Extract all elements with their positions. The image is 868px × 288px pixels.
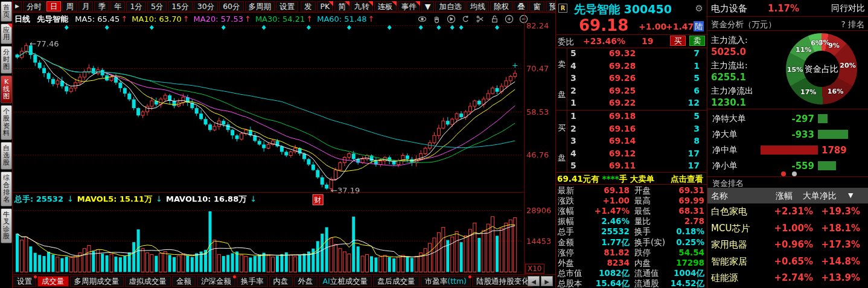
eye-icon[interactable] [418, 14, 427, 24]
collapse-menu-icon[interactable]: ▶ [13, 1, 22, 11]
period-tab-多周期[interactable]: 多周期 [245, 1, 275, 11]
indicator-tab-AI立桩成交量[interactable]: AI立桩成交量 [319, 276, 372, 287]
industry-name[interactable]: 电力设备 [711, 3, 747, 14]
order-row[interactable]: 569.1117 [556, 161, 707, 173]
period-tab-年[interactable]: 年 [110, 1, 126, 11]
tool-tab-加自选[interactable]: 加自选 [435, 1, 465, 11]
hand-icon[interactable] [432, 14, 441, 24]
ma-label: MA10: 63.70 [132, 14, 181, 24]
ranking-row-智能家居[interactable]: 智能家居+0.65%+14.8% [707, 256, 868, 272]
undo-icon[interactable] [461, 14, 470, 24]
stat-value: 8234 [580, 258, 630, 267]
tool-tab-事件[interactable]: 事件 [398, 1, 420, 11]
period-tab-60分[interactable]: 60分 [219, 1, 243, 11]
sidebar-item-K线图[interactable]: K线图 [1, 75, 12, 103]
indicator-tab-设置[interactable]: 设置 [13, 276, 36, 287]
tool-tab-九转[interactable]: 九转 [351, 1, 373, 11]
order-row[interactable]: 269.163 [556, 124, 707, 136]
board-badge: 陆 [694, 21, 704, 31]
divider [707, 30, 868, 31]
period-tab-季[interactable]: 季 [94, 1, 109, 11]
order-row[interactable]: 369.148 [556, 136, 707, 148]
ranking-row-白色家电[interactable]: 白色家电+2.31%+19.3% [707, 206, 868, 222]
tool-tab-简[interactable]: 简 [334, 1, 349, 11]
kline-chart-canvas[interactable] [12, 12, 524, 275]
lock-icon[interactable] [490, 14, 499, 24]
tool-tab-窗[interactable]: 窗 [529, 1, 544, 11]
ranking-row-硅能源[interactable]: 硅能源+2.74%+13.9% [707, 272, 868, 288]
order-row[interactable]: 269.256 [556, 86, 707, 98]
sell-button[interactable]: 卖 [689, 36, 705, 46]
tool-tab-连板[interactable]: 连板 [374, 1, 397, 11]
indicator-tab-金额[interactable]: 金额 [172, 276, 196, 287]
order-row[interactable]: 469.281 [556, 61, 707, 73]
scroll-right-button[interactable]: ▶ [541, 276, 553, 286]
sidebar-item-首页[interactable]: 首页 [1, 1, 12, 22]
sidebar-item-应用[interactable]: 应用 [1, 24, 12, 44]
period-tab-分时[interactable]: 分时 [23, 1, 45, 11]
sidebar-item-个股资料[interactable]: 个股资料 [1, 105, 12, 140]
sort-desc-icon[interactable]: ▼ [848, 188, 853, 203]
sidebar-item-自选股[interactable]: 自选股 [1, 142, 12, 170]
ranking-col-name[interactable]: 名称 [711, 188, 728, 203]
tool-tab-均线[interactable]: 均线 [467, 1, 489, 11]
indicator-tab-虚拟成交量[interactable]: 虚拟成交量 [125, 276, 171, 287]
indicator-tab-陆股通持股变化[interactable]: 陆股通持股变化 [472, 276, 534, 287]
indicator-tab-外盘[interactable]: 外盘 [294, 276, 318, 287]
period-tab-日[interactable]: 日 [46, 1, 62, 11]
stat-row: 最新69.18开盘69.31 [556, 185, 707, 196]
stat-label: 金额 [558, 237, 574, 248]
tool-tab-PK[interactable]: PK [317, 1, 334, 11]
period-tab-15分[interactable]: 15分 [168, 1, 192, 11]
indicator-tab-内盘[interactable]: 内盘 [269, 276, 293, 287]
scroll-left-button[interactable]: ◀ [528, 276, 540, 286]
inflow-label: 主力流入: [711, 35, 748, 46]
period-tab-周[interactable]: 周 [62, 1, 77, 11]
indicator-tab-市盈率[interactable]: 市盈率(ttm) [421, 276, 471, 287]
ranking-col-pct[interactable]: 涨幅 [776, 188, 793, 203]
ranking-row-MCU芯片[interactable]: MCU芯片+1.00%+18.1% [707, 223, 868, 239]
stat-row: 振幅2.46%量比2.78 [556, 216, 707, 226]
order-row[interactable]: 569.327 [556, 48, 707, 60]
indicator-tab-沪深金额[interactable]: 沪深金额 [197, 276, 235, 287]
tool-tab-除权[interactable]: 除权 [490, 1, 512, 11]
view-details-link[interactable]: 点击查看 [671, 174, 703, 185]
tool-tab-叠[interactable]: 叠 [514, 1, 529, 11]
buy-button[interactable]: 买 [670, 36, 686, 46]
tool-tab-▼[interactable]: ▼ [421, 1, 435, 11]
order-row[interactable]: 169.2212 [556, 98, 707, 110]
peer-compare-link[interactable]: 同行对比 [831, 3, 865, 14]
period-tab-月[interactable]: 月 [78, 1, 94, 11]
net-order-label: 净特大单 [712, 114, 746, 124]
sidebar-item-分时图[interactable]: 分时图 [1, 46, 12, 74]
indicator-tab-换手率[interactable]: 换手率 [237, 276, 268, 287]
tool-tab-发[interactable]: 发 [301, 1, 316, 11]
alert-text: 69.41元有 [557, 174, 602, 184]
period-tab-5分[interactable]: 5分 [147, 1, 167, 11]
stat-label: 外盘 [558, 258, 574, 269]
play-icon[interactable] [447, 14, 456, 24]
zoom-in-icon[interactable] [505, 14, 514, 24]
sidebar-item-牛叉诊股[interactable]: 牛叉诊股 [1, 208, 12, 243]
indicator-tab-成交量[interactable]: 成交量 [37, 276, 69, 287]
period-tab-设置[interactable]: 设置 [276, 1, 298, 11]
period-tab-30分[interactable]: 30分 [194, 1, 218, 11]
gear-icon[interactable]: ⚙ [695, 3, 703, 14]
indicator-tab-多周期成交量[interactable]: 多周期成交量 [70, 276, 124, 287]
scissors-icon[interactable] [476, 14, 485, 24]
ranking-row-家用电器[interactable]: 家用电器+0.96%+17.3% [707, 239, 868, 255]
rank-link[interactable]: ? 排名 [841, 19, 864, 30]
ranking-pct: +0.65% [765, 256, 813, 267]
order-row[interactable]: 369.265 [556, 73, 707, 85]
page-dot[interactable] [792, 171, 797, 176]
order-row[interactable]: 469.1217 [556, 149, 707, 161]
stat-value: 1.77亿 [580, 237, 630, 248]
stat-label: 流通值 [634, 268, 659, 279]
ranking-col-ratio[interactable]: 大单净比 [803, 188, 837, 203]
order-row[interactable]: 169.185 [556, 111, 707, 123]
outflow-label: 主力流出: [711, 60, 748, 71]
sidebar-item-综合排名[interactable]: 综合排名 [1, 171, 12, 206]
indicator-tab-盘后成交量[interactable]: 盘后成交量 [373, 276, 420, 287]
page-dot-active[interactable] [781, 171, 786, 176]
period-tab-1分[interactable]: 1分 [126, 1, 145, 11]
